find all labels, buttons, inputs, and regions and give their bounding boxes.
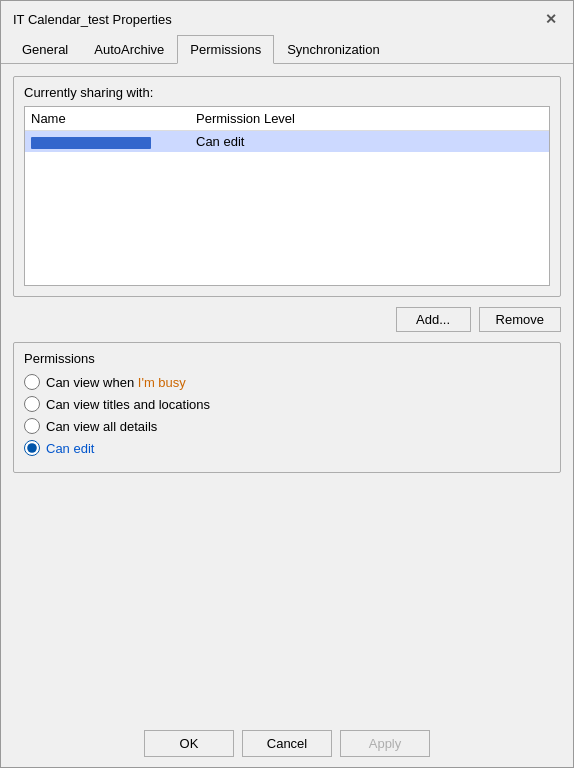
sharing-section: Currently sharing with: Name Permission …	[13, 76, 561, 297]
sharing-label: Currently sharing with:	[24, 85, 550, 100]
radio-label-busy-highlight: I'm busy	[138, 375, 186, 390]
title-bar: IT Calendar_test Properties ✕	[1, 1, 573, 35]
dialog-title: IT Calendar_test Properties	[13, 12, 172, 27]
tab-general[interactable]: General	[9, 35, 81, 64]
tabs-bar: General AutoArchive Permissions Synchron…	[1, 35, 573, 64]
redacted-name-bar	[31, 137, 151, 149]
tab-synchronization[interactable]: Synchronization	[274, 35, 393, 64]
apply-button[interactable]: Apply	[340, 730, 430, 757]
close-button[interactable]: ✕	[541, 9, 561, 29]
radio-row-busy: Can view when I'm busy	[24, 374, 550, 390]
radio-label-titles[interactable]: Can view titles and locations	[46, 397, 210, 412]
radio-label-edit[interactable]: Can edit	[46, 441, 94, 456]
radio-row-titles: Can view titles and locations	[24, 396, 550, 412]
radio-label-busy[interactable]: Can view when I'm busy	[46, 375, 186, 390]
bottom-buttons-bar: OK Cancel Apply	[1, 720, 573, 767]
radio-label-busy-text1: Can view when	[46, 375, 138, 390]
radio-row-edit: Can edit	[24, 440, 550, 456]
table-header: Name Permission Level	[25, 107, 549, 131]
radio-label-alldetails[interactable]: Can view all details	[46, 419, 157, 434]
table-row[interactable]: Can edit	[25, 131, 549, 152]
ok-button[interactable]: OK	[144, 730, 234, 757]
add-button[interactable]: Add...	[396, 307, 471, 332]
tab-permissions[interactable]: Permissions	[177, 35, 274, 64]
tab-autoarchive[interactable]: AutoArchive	[81, 35, 177, 64]
radio-row-alldetails: Can view all details	[24, 418, 550, 434]
radio-busy[interactable]	[24, 374, 40, 390]
col-header-perm: Permission Level	[196, 111, 543, 126]
permissions-section: Permissions Can view when I'm busy Can v…	[13, 342, 561, 473]
cancel-button[interactable]: Cancel	[242, 730, 332, 757]
cell-name	[31, 134, 196, 149]
remove-button[interactable]: Remove	[479, 307, 561, 332]
table-action-buttons: Add... Remove	[13, 307, 561, 332]
radio-edit[interactable]	[24, 440, 40, 456]
sharing-table: Name Permission Level Can edit	[24, 106, 550, 286]
dialog-window: IT Calendar_test Properties ✕ General Au…	[0, 0, 574, 768]
cell-perm: Can edit	[196, 134, 543, 149]
radio-titles[interactable]	[24, 396, 40, 412]
spacer	[13, 483, 561, 708]
tab-content-permissions: Currently sharing with: Name Permission …	[1, 64, 573, 720]
permissions-title: Permissions	[24, 351, 550, 366]
radio-alldetails[interactable]	[24, 418, 40, 434]
col-header-name: Name	[31, 111, 196, 126]
